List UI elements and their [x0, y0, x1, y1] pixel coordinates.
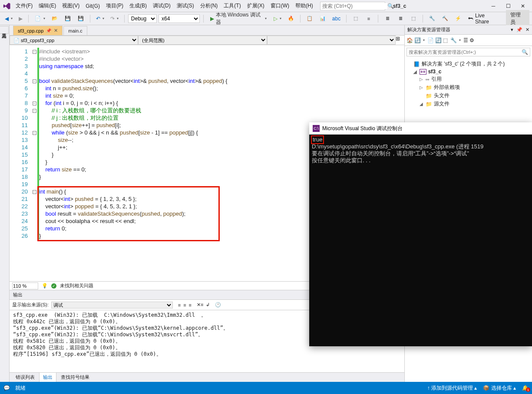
solution-title: 解决方案资源管理器 [407, 26, 450, 33]
redo-button[interactable]: ↷▾ [108, 14, 121, 23]
sol-btn-7[interactable]: ☰ [463, 37, 468, 43]
sol-btn-2[interactable]: 🔃 [414, 37, 421, 43]
menu-view[interactable]: 视图(V) [59, 0, 82, 11]
debug-label: 本地 Windows 调试器 [216, 11, 262, 26]
tool-btn-12[interactable]: ⚡ [453, 14, 464, 23]
live-share-button[interactable]: ⮪ Live Share [466, 12, 501, 26]
menu-build[interactable]: 生成(B) [127, 0, 149, 11]
menu-help[interactable]: 帮助(H) [293, 0, 316, 11]
minimize-button[interactable]: ─ [486, 0, 501, 12]
tree-headers[interactable]: 📁 头文件 [406, 92, 530, 100]
tree-references[interactable]: ▷ ▫▫ 引用 [406, 75, 530, 83]
tree-sources[interactable]: ◢ 📁 源文件 [406, 100, 530, 108]
tool-btn-6[interactable]: ≡ [363, 14, 374, 23]
out-wrap-button[interactable]: ↲ [206, 302, 210, 308]
open-button[interactable]: 📂 [49, 14, 60, 23]
start-debug-button[interactable]: ▶ 本地 Windows 调试器 ▾ [207, 10, 270, 27]
member-select[interactable]: (全局范围) [138, 36, 267, 45]
tool-btn-1[interactable]: 🔥 [285, 14, 297, 23]
tool-btn-5[interactable]: ⬚ [350, 14, 361, 23]
panel-menu-icon[interactable]: ▾ [511, 27, 513, 32]
save-button[interactable]: 💾 [62, 14, 73, 23]
expand-icon[interactable]: ▷ [419, 85, 424, 90]
sol-btn-3[interactable]: 📄 [427, 37, 434, 43]
scope-select[interactable]: 📄 sf3_cppsf3_cpp [10, 36, 138, 45]
out-clear-button[interactable]: ✕≡ [197, 302, 203, 308]
tab-close-icon[interactable]: ✕ [54, 28, 58, 33]
notifications-button[interactable]: 🔔1 [522, 385, 529, 391]
tool-btn-11[interactable]: 🔨 [439, 14, 451, 23]
fold-gutter[interactable]: −−−−−− [31, 45, 37, 281]
quick-search-input[interactable] [322, 3, 387, 9]
menu-project[interactable]: 项目(P) [103, 0, 126, 11]
menu-debug[interactable]: 调试(D) [150, 0, 173, 11]
repo-select-button[interactable]: 📦 选择仓库 ▴ [483, 384, 516, 392]
tool-btn-4[interactable]: abc [330, 14, 343, 23]
nav-fwd-button[interactable]: ▶ [17, 14, 25, 23]
tool-btn-3[interactable]: 📊 [317, 14, 328, 23]
tool-btn-10[interactable]: 🔧 [426, 14, 438, 23]
lightbulb-icon[interactable]: 💡 [42, 283, 48, 289]
undo-button[interactable]: ↶▾ [94, 14, 106, 23]
tab-find-symbol[interactable]: 查找符号结果 [57, 373, 93, 382]
tool-btn-2[interactable]: 📋 [304, 14, 315, 23]
debug-console-window[interactable]: C:\ Microsoft Visual Studio 调试控制台 true D… [309, 122, 532, 346]
tree-label: 引用 [431, 76, 442, 83]
sol-home-button[interactable]: 🏠 [406, 37, 413, 43]
bottom-tabs: 错误列表 输出 查找符号结果 [10, 372, 404, 382]
pin-icon[interactable]: 📌 [46, 28, 51, 33]
tab-active[interactable]: sf3_cpp.cpp 📌 ✕ [13, 26, 63, 35]
output-src-select[interactable]: 调试 [51, 302, 173, 309]
tree-project[interactable]: ◢ ++ sf3_c [406, 68, 530, 75]
tool-btn-8[interactable]: ≣ [395, 14, 406, 23]
solution-search-input[interactable] [409, 49, 522, 55]
tab-output[interactable]: 输出 [39, 372, 56, 382]
expand-icon[interactable]: ◢ [413, 69, 418, 74]
solution-toolbar: 🏠 🔃 ▾ 📄 🔄 ⬚ 🔧 ▾ ☰ ⚙ [405, 35, 532, 46]
console-body[interactable]: true D:\mysetup\gopath\src\dsy\sf3_c\x64… [309, 135, 532, 166]
sol-btn-8[interactable]: ⚙ [469, 37, 474, 43]
tab-error-list[interactable]: 错误列表 [12, 373, 38, 382]
out-btn-1[interactable]: ≡ [178, 302, 181, 308]
nav-back-button[interactable]: ◀▾ [3, 14, 15, 23]
sol-btn-5[interactable]: ⬚ [443, 37, 448, 43]
menu-git[interactable]: Git(G) [83, 1, 102, 11]
tree-label: 解决方案 'sf3_c' (2 个项目，共 2 个) [422, 60, 505, 68]
menu-window[interactable]: 窗口(W) [268, 0, 292, 11]
zoom-input[interactable] [12, 282, 38, 289]
member-select-2[interactable] [267, 36, 396, 45]
tree-label: 头文件 [434, 92, 449, 99]
menu-test[interactable]: 测试(S) [174, 0, 197, 11]
menu-edit[interactable]: 编辑(E) [36, 0, 59, 11]
tool-btn-7[interactable]: ≣ [382, 14, 393, 23]
tab-main-c[interactable]: main.c [63, 26, 87, 35]
console-titlebar[interactable]: C:\ Microsoft Visual Studio 调试控制台 [309, 122, 532, 135]
tree-label: 外部依赖项 [434, 84, 460, 91]
split-button[interactable]: ⊞ [396, 36, 404, 45]
start-nodebug-button[interactable]: ▷▾ [271, 14, 284, 23]
tree-external-deps[interactable]: ▷ 📁 外部依赖项 [406, 83, 530, 92]
menu-file[interactable]: 文件(F) [13, 0, 35, 11]
out-time-button[interactable]: 🕐 [215, 302, 221, 308]
expand-icon[interactable]: ◢ [419, 102, 424, 106]
new-item-button[interactable]: 📄▾ [32, 14, 47, 23]
save-all-button[interactable]: 💾 [75, 14, 86, 23]
out-btn-2[interactable]: ≡ [183, 302, 186, 308]
toolbox-tab[interactable]: 工具箱 [0, 26, 9, 34]
quick-search[interactable]: 🔍 [320, 2, 385, 10]
expand-icon[interactable]: ▷ [419, 77, 424, 82]
sol-btn-6[interactable]: 🔧 [450, 37, 457, 43]
admin-badge[interactable]: 管理员 [506, 10, 529, 27]
out-btn-3[interactable]: ≡ [189, 302, 192, 308]
platform-select[interactable]: x64 [159, 14, 200, 23]
solution-search[interactable]: 🔍 [406, 48, 530, 56]
src-control-button[interactable]: ↑ 添加到源代码管理 ▴ [427, 384, 477, 392]
tree-solution-root[interactable]: 📘 解决方案 'sf3_c' (2 个项目，共 2 个) [406, 60, 530, 68]
console-output-true: true [312, 136, 323, 143]
code-nav-bar: 📄 sf3_cppsf3_cpp (全局范围) ⊞ [10, 36, 404, 45]
config-select[interactable]: Debug [128, 14, 157, 23]
panel-pin-icon[interactable]: 📌 [516, 27, 522, 32]
sol-btn-4[interactable]: 🔄 [435, 37, 442, 43]
panel-close-icon[interactable]: ✕ [525, 27, 529, 32]
tool-btn-9[interactable]: ⬚ [408, 14, 419, 23]
